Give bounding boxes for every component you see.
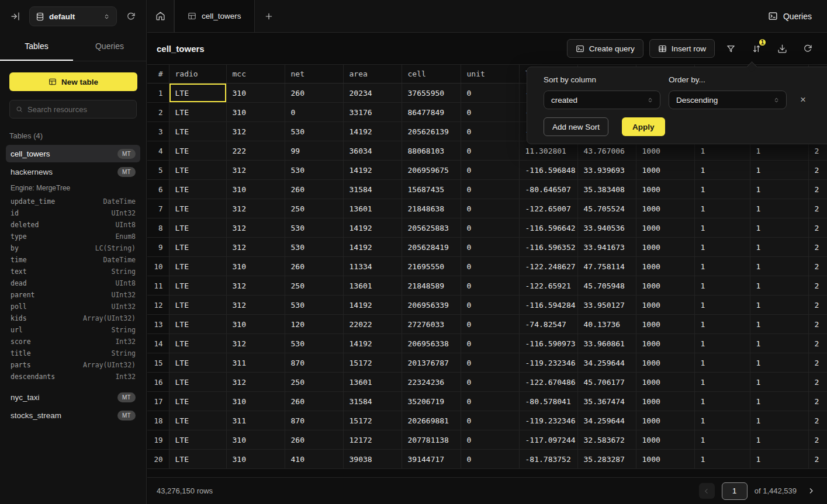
table-row[interactable]: 19LTE310260121722077811380-117.09724432.…: [147, 430, 827, 450]
row-number[interactable]: 13: [147, 315, 169, 334]
table-row[interactable]: 11LTE31225013601218485890-122.6592145.70…: [147, 276, 827, 296]
table-cell[interactable]: 35206719: [402, 392, 461, 411]
table-cell[interactable]: 39038: [343, 450, 402, 469]
table-cell[interactable]: 1000: [636, 199, 694, 218]
table-cell[interactable]: 99: [285, 141, 343, 161]
table-cell[interactable]: 311: [226, 353, 285, 373]
table-cell[interactable]: 260: [285, 180, 343, 199]
table-cell[interactable]: 14192: [343, 218, 402, 238]
table-cell[interactable]: 1000: [636, 411, 694, 430]
table-cell[interactable]: 1000: [636, 296, 694, 315]
table-cell[interactable]: 312: [226, 238, 285, 257]
tab-cell-towers[interactable]: cell_towers: [174, 0, 255, 32]
table-cell[interactable]: LTE: [169, 373, 226, 392]
row-number[interactable]: 18: [147, 411, 169, 430]
table-cell[interactable]: LTE: [169, 161, 226, 180]
table-cell[interactable]: 2: [808, 315, 827, 334]
table-cell[interactable]: LTE: [169, 315, 226, 334]
table-cell[interactable]: 33.939693: [577, 161, 636, 180]
table-cell[interactable]: 14192: [343, 296, 402, 315]
table-cell[interactable]: 222: [226, 141, 285, 161]
table-row[interactable]: 8LTE312530141922056258830-116.59664233.9…: [147, 218, 827, 238]
table-cell[interactable]: 0: [461, 334, 519, 353]
table-cell[interactable]: -80.578041: [519, 392, 577, 411]
column-header-num[interactable]: #: [147, 65, 169, 84]
sidebar-tab-queries[interactable]: Queries: [73, 33, 146, 61]
table-cell[interactable]: 312: [226, 122, 285, 141]
table-row[interactable]: 10LTE31026011334216955500-122.24862747.7…: [147, 257, 827, 276]
table-cell[interactable]: 35.383408: [577, 180, 636, 199]
table-row[interactable]: 15LTE311870151722013767870-119.23234634.…: [147, 353, 827, 373]
table-row[interactable]: 5LTE312530141922069596750-116.59684833.9…: [147, 161, 827, 180]
table-cell[interactable]: 205628419: [402, 238, 461, 257]
table-cell[interactable]: 15172: [343, 353, 402, 373]
table-cell[interactable]: 310: [226, 392, 285, 411]
row-number[interactable]: 19: [147, 430, 169, 450]
table-cell[interactable]: 1: [694, 392, 750, 411]
table-row[interactable]: 7LTE31225013601218486380-122.6500745.705…: [147, 199, 827, 218]
column-header-unit[interactable]: unit: [461, 65, 519, 84]
table-cell[interactable]: 33176: [343, 103, 402, 122]
table-cell[interactable]: 0: [461, 392, 519, 411]
table-cell[interactable]: LTE: [169, 141, 226, 161]
sort-column-select[interactable]: created: [544, 91, 660, 109]
table-cell[interactable]: 1000: [636, 161, 694, 180]
table-cell[interactable]: LTE: [169, 218, 226, 238]
table-cell[interactable]: 14192: [343, 161, 402, 180]
table-cell[interactable]: 1: [694, 161, 750, 180]
insert-row-button[interactable]: Insert row: [649, 39, 715, 58]
table-cell[interactable]: 1: [694, 353, 750, 373]
refresh-table-button[interactable]: [798, 39, 818, 58]
table-cell[interactable]: 1: [750, 373, 808, 392]
table-cell[interactable]: 310: [226, 430, 285, 450]
table-cell[interactable]: 250: [285, 276, 343, 296]
table-cell[interactable]: 40.13736: [577, 315, 636, 334]
row-number[interactable]: 8: [147, 218, 169, 238]
table-cell[interactable]: 1: [750, 257, 808, 276]
row-number[interactable]: 20: [147, 450, 169, 469]
row-number[interactable]: 17: [147, 392, 169, 411]
table-cell[interactable]: 0: [461, 103, 519, 122]
table-cell[interactable]: 20234: [343, 84, 402, 103]
table-cell[interactable]: 530: [285, 161, 343, 180]
queries-button[interactable]: Queries: [768, 0, 812, 32]
table-cell[interactable]: 1: [750, 276, 808, 296]
table-cell[interactable]: 47.758114: [577, 257, 636, 276]
table-cell[interactable]: 1: [694, 334, 750, 353]
row-number[interactable]: 10: [147, 257, 169, 276]
table-cell[interactable]: 27276033: [402, 315, 461, 334]
table-row[interactable]: 12LTE312530141922069563390-116.59428433.…: [147, 296, 827, 315]
table-cell[interactable]: 0: [285, 103, 343, 122]
row-number[interactable]: 15: [147, 353, 169, 373]
refresh-database-button[interactable]: [123, 8, 139, 25]
table-row[interactable]: 6LTE31026031584156874350-80.64650735.383…: [147, 180, 827, 199]
table-cell[interactable]: 12172: [343, 430, 402, 450]
table-cell[interactable]: 312: [226, 199, 285, 218]
table-cell[interactable]: 31584: [343, 392, 402, 411]
table-cell[interactable]: 530: [285, 296, 343, 315]
table-cell[interactable]: 0: [461, 141, 519, 161]
table-cell[interactable]: 37655950: [402, 84, 461, 103]
table-cell[interactable]: 1: [694, 238, 750, 257]
table-cell[interactable]: 21695550: [402, 257, 461, 276]
table-cell[interactable]: 1000: [636, 180, 694, 199]
table-cell[interactable]: -122.65921: [519, 276, 577, 296]
table-cell[interactable]: 206956338: [402, 334, 461, 353]
table-cell[interactable]: 2: [808, 161, 827, 180]
table-cell[interactable]: 310: [226, 103, 285, 122]
home-tab[interactable]: [147, 0, 174, 32]
table-cell[interactable]: 1: [750, 180, 808, 199]
filter-button[interactable]: [721, 39, 741, 58]
table-cell[interactable]: 1000: [636, 315, 694, 334]
table-cell[interactable]: LTE: [169, 276, 226, 296]
table-cell[interactable]: 1000: [636, 450, 694, 469]
table-cell[interactable]: 201376787: [402, 353, 461, 373]
table-cell[interactable]: 1: [750, 238, 808, 257]
table-cell[interactable]: 312: [226, 334, 285, 353]
table-cell[interactable]: 207781138: [402, 430, 461, 450]
table-cell[interactable]: 1000: [636, 238, 694, 257]
table-cell[interactable]: 13601: [343, 373, 402, 392]
table-cell[interactable]: 311: [226, 411, 285, 430]
table-row[interactable]: 16LTE31225013601223242360-122.67048645.7…: [147, 373, 827, 392]
table-cell[interactable]: 530: [285, 218, 343, 238]
